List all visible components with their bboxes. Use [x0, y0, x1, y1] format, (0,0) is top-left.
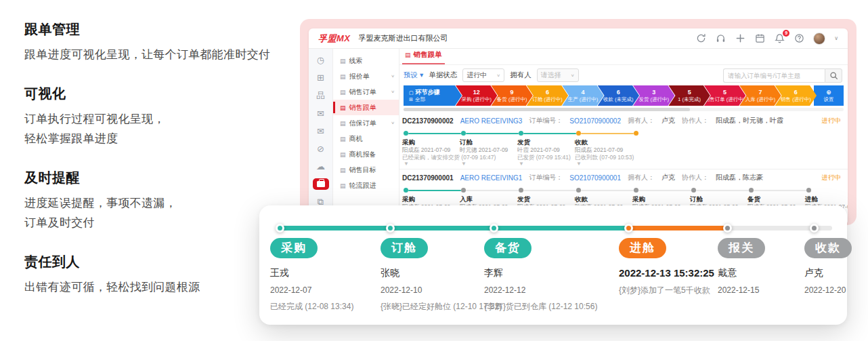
overlay-stage-pill[interactable]: 报关 — [718, 238, 765, 258]
feature-section: 及时提醒进度延误提醒，事项不遗漏，订单及时交付 — [24, 169, 295, 233]
owner-label: 拥有人： — [628, 116, 655, 125]
step-发货 (进行中)[interactable]: 3发货 (进行中) — [633, 85, 674, 106]
stage-dot — [576, 188, 581, 193]
tab-sales-tracking[interactable]: ▤ 销售跟单 — [402, 50, 445, 64]
document-icon: ▤ — [340, 136, 346, 142]
order-code[interactable]: DC21370900001 — [402, 174, 454, 182]
step-生产 (进行中)[interactable]: 4生产 (进行中) — [562, 85, 603, 106]
sidebar-item-线索[interactable]: ▤线索 — [333, 53, 399, 68]
sidebar-item-label: 商机 — [349, 134, 363, 144]
sidebar-item-销售目标[interactable]: ▤销售目标 — [333, 162, 399, 178]
overlay-stage-pill[interactable]: 备货 — [484, 238, 531, 258]
owner-select[interactable]: 请选择 ∨ — [537, 68, 579, 82]
sidebar-item-label: 信保订单 — [349, 119, 376, 128]
expand-caret-icon[interactable]: ▼ — [576, 161, 582, 167]
help-icon[interactable] — [794, 33, 804, 44]
overlay-stage-dot — [624, 224, 633, 233]
chevron-down-icon[interactable]: ∨ — [834, 35, 838, 41]
sidebar-item-报价单[interactable]: ▤报价单∨ — [333, 68, 399, 84]
step-采购 (进行中)[interactable]: 12采购 (进行中) — [456, 85, 497, 106]
step-label: 发货 (进行中) — [638, 96, 669, 102]
sidebar-item-销售订单[interactable]: ▤销售订单∨ — [333, 84, 399, 100]
order-no-link[interactable]: SO21070900002 — [569, 117, 621, 125]
order-code[interactable]: DC21370900002 — [402, 117, 454, 125]
briefcase-glyph — [317, 181, 325, 187]
overlay-stage-pill[interactable]: 采购 — [270, 238, 318, 258]
stage-segment — [581, 133, 634, 135]
overlay-stage-pill[interactable]: 收款 — [804, 238, 852, 258]
chevron-down-icon: ∨ — [391, 74, 395, 78]
sidebar-item-商机[interactable]: ▤商机 — [333, 131, 399, 146]
briefcase-icon[interactable] — [313, 178, 329, 190]
org-icon[interactable]: 品 — [313, 89, 329, 102]
step-销售订单 (进行中)[interactable]: 5销售订单 (进行中) — [704, 85, 745, 106]
collab-label: 协作人： — [682, 116, 709, 125]
preset-dropdown[interactable]: 预设 ▾ — [404, 71, 423, 80]
bell-icon[interactable]: 9 — [774, 33, 785, 44]
status-filter-label: 单据状态 — [429, 71, 457, 80]
step-收款 (未完成)[interactable]: 6收款 (未完成) — [598, 85, 639, 106]
expand-caret-icon[interactable]: ▼ — [519, 161, 524, 167]
scrollbar-thumb[interactable] — [404, 108, 690, 111]
step-label: 采购 (进行中) — [461, 96, 492, 102]
link-icon[interactable]: ⊘ — [313, 143, 329, 155]
step-count: 5 — [688, 89, 691, 96]
order-title-link[interactable]: AERO RECEIVING1 — [460, 174, 523, 182]
stage-segment — [523, 190, 576, 192]
step-全部[interactable]: ▢环节步骤⊞全部 — [404, 85, 462, 106]
order-status-badge: 进行中 — [822, 174, 842, 182]
sidebar-item-轮流跟进[interactable]: ▤轮流跟进 — [333, 178, 399, 193]
feature-title: 跟单管理 — [24, 20, 295, 39]
document-icon: ▤ — [340, 73, 346, 80]
overlay-stage-dot — [723, 224, 732, 233]
step-count: 12 — [473, 89, 480, 96]
order-title-link[interactable]: AERO RECEIVING3 — [460, 117, 523, 125]
feature-line: 轻松掌握跟单进度 — [24, 129, 295, 148]
feature-section: 跟单管理跟单进度可视化呈现，让每个订单都能准时交付 — [24, 20, 295, 64]
app-window: 孚盟MX 孚盟麦克斯进出口有限公司 9∨ ◷⊞品✉✉⊘☁⧉▥ ▤线索▤报价单∨▤… — [309, 28, 848, 225]
step-设置[interactable]: ⊕设置 — [814, 85, 844, 106]
headset-icon[interactable] — [715, 33, 726, 44]
stage-step-bar: ▢环节步骤⊞全部12采购 (进行中)9备货 (进行中)6订舱 (进行中)4生产 … — [399, 85, 848, 106]
expand-caret-icon[interactable]: ▼ — [404, 161, 409, 167]
overlay-stage-pill[interactable]: 进舱 — [619, 238, 666, 258]
step-销售 (进行中)[interactable]: 6销售 (进行中) — [775, 85, 817, 106]
step-订舱 (进行中)[interactable]: 6订舱 (进行中) — [527, 85, 568, 106]
owner-select-placeholder: 请选择 — [541, 71, 561, 80]
step-line1: ▢环节步骤 — [409, 89, 440, 96]
overlay-stage-pill[interactable]: 订舱 — [381, 238, 428, 258]
step-count: 6 — [546, 89, 549, 96]
stage-dot — [634, 188, 638, 193]
user-avatar[interactable] — [813, 33, 825, 45]
collab-value: 阳成磊，时元骢，叶霞 — [716, 116, 783, 125]
sync-icon[interactable] — [695, 33, 706, 44]
clock-icon[interactable]: ◷ — [313, 54, 329, 66]
order-timeline: 采购阳成磊 2021-07-09已经采购，请安排交货 (07-09 16:47)… — [402, 131, 842, 167]
stage-dot — [519, 188, 523, 193]
step-入库 (进行中)[interactable]: 7入库 (进行中) — [739, 85, 781, 106]
plus-icon[interactable] — [735, 33, 745, 44]
step-label: 销售 (进行中) — [781, 96, 811, 102]
calendar-icon[interactable] — [754, 33, 765, 44]
cloud-icon[interactable]: ☁ — [313, 161, 329, 172]
sidebar-item-信保订单[interactable]: ▤信保订单∨ — [333, 115, 399, 131]
search-button[interactable] — [825, 68, 842, 83]
search-input[interactable] — [723, 68, 825, 83]
contact-icon[interactable]: ⊞ — [313, 72, 329, 83]
order-no-link[interactable]: SO21070900001 — [569, 174, 621, 182]
sidebar-item-商机报备[interactable]: ▤商机报备 — [333, 146, 399, 162]
step-1 (未完成)[interactable]: 51 (未完成) — [668, 85, 710, 106]
status-select[interactable]: 进行中 ∨ — [462, 68, 504, 82]
expand-caret-icon[interactable]: ▼ — [461, 161, 466, 167]
overlay-segment — [628, 226, 727, 230]
inbox-icon[interactable]: ✉ — [313, 125, 329, 137]
mail-icon[interactable]: ✉ — [313, 108, 329, 119]
order-status-badge: 进行中 — [822, 117, 842, 125]
sidebar-item-label: 轮流跟进 — [349, 181, 376, 190]
sidebar-item-销售跟单[interactable]: ▤销售跟单 — [333, 100, 399, 115]
step-count: 5 — [723, 89, 726, 96]
sidebar-item-label: 销售目标 — [349, 165, 376, 175]
step-label: 订舱 (进行中) — [532, 96, 563, 102]
step-备货 (进行中)[interactable]: 9备货 (进行中) — [491, 85, 532, 106]
document-icon: ▤ — [340, 151, 346, 158]
